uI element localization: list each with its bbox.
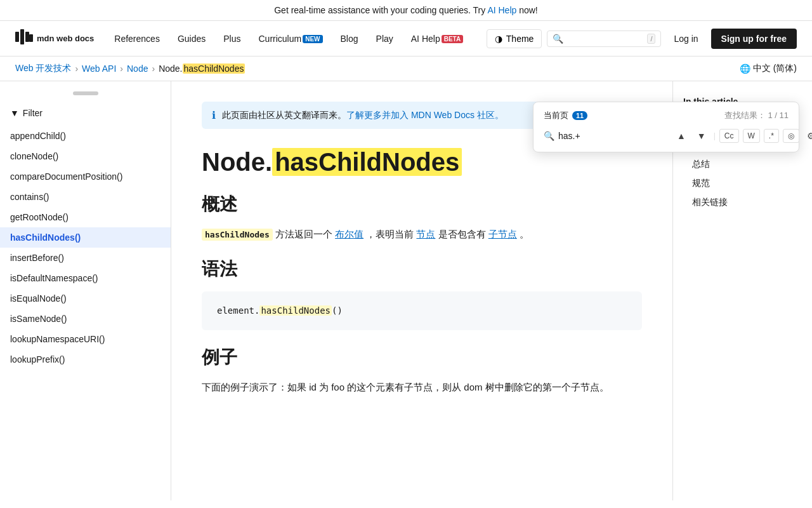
breadcrumb-highlight: hasChildNodes xyxy=(183,64,246,74)
search-input[interactable] xyxy=(567,34,643,44)
breadcrumb: Web 开发技术 › Web API › Node › Node.hasChil… xyxy=(15,63,245,74)
section-syntax-heading: 语法 xyxy=(202,257,642,281)
breadcrumb-sep-3: › xyxy=(152,64,155,74)
breadcrumb-item-3[interactable]: Node xyxy=(127,64,148,74)
nav-play[interactable]: Play xyxy=(369,29,401,49)
logo[interactable]: mdn web docs xyxy=(15,29,94,48)
sidebar-filter[interactable]: ▼ Filter xyxy=(0,103,171,123)
sidebar-item-haschildnodes[interactable]: hasChildNodes() xyxy=(0,227,171,248)
overview-text4: 。 xyxy=(520,229,529,239)
sidebar-item-comparedocumentposition[interactable]: compareDocumentPosition() xyxy=(0,166,171,187)
find-next-button[interactable]: ▼ xyxy=(693,128,710,144)
breadcrumb-sep-1: › xyxy=(75,64,78,74)
overview-paragraph: hasChildNodes 方法返回一个 布尔值 ，表明当前 节点 是否包含有 … xyxy=(202,227,642,242)
find-label-text: 当前页 xyxy=(544,110,568,121)
lang-label: 中文 (简体) xyxy=(753,63,797,74)
nav-references[interactable]: References xyxy=(107,29,167,49)
find-settings-button[interactable]: ⚙ xyxy=(803,128,812,144)
page-title-prefix: Node. xyxy=(202,148,272,176)
find-result-value: 1 / 11 xyxy=(768,110,789,120)
sidebar-item-appendchild[interactable]: appendChild() xyxy=(0,126,171,146)
section-examples-heading: 例子 xyxy=(202,345,642,370)
search-shortcut: / xyxy=(647,34,655,44)
find-bar-top: 当前页 11 查找结果： 1 / 11 xyxy=(544,110,789,121)
globe-icon: 🌐 xyxy=(740,64,750,74)
find-separator: | xyxy=(714,131,716,140)
banner-text: Get real-time assistance with your codin… xyxy=(274,5,487,15)
toc-item-related[interactable]: 相关链接 xyxy=(683,193,802,212)
lang-switcher[interactable]: 🌐 中文 (简体) xyxy=(740,63,797,74)
find-result-text: 查找结果： xyxy=(724,110,766,120)
info-link[interactable]: 了解更多并加入 MDN Web Docs 社区。 xyxy=(346,110,504,120)
sidebar-item-clonenode[interactable]: cloneNode() xyxy=(0,146,171,166)
breadcrumb-bar: Web 开发技术 › Web API › Node › Node.hasChil… xyxy=(0,57,812,81)
find-count-badge: 11 xyxy=(572,111,587,120)
info-icon: ℹ xyxy=(212,109,216,121)
breadcrumb-item-1[interactable]: Web 开发技术 xyxy=(15,63,71,74)
svg-rect-3 xyxy=(29,34,33,42)
sidebar-item-isdefaultnamespace[interactable]: isDefaultNamespace() xyxy=(0,268,171,288)
overview-text2: ，表明当前 xyxy=(366,229,414,239)
page-title-highlight: hasChildNodes xyxy=(272,148,462,176)
sidebar-item-isequalnode[interactable]: isEqualNode() xyxy=(0,288,171,309)
nav-blog[interactable]: Blog xyxy=(333,29,366,49)
find-search-icon: 🔍 xyxy=(544,131,554,141)
find-prev-button[interactable]: ▲ xyxy=(673,128,690,144)
theme-label: Theme xyxy=(506,34,534,44)
banner-link[interactable]: AI Help xyxy=(487,5,516,15)
top-banner: Get real-time assistance with your codin… xyxy=(0,0,812,21)
sidebar: ▼ Filter appendChild() cloneNode() compa… xyxy=(0,81,171,500)
breadcrumb-current: Node.hasChildNodes xyxy=(159,64,245,74)
code-element: element. xyxy=(217,305,259,316)
search-icon: 🔍 xyxy=(553,34,563,44)
section-overview-heading: 概述 xyxy=(202,192,642,217)
theme-button[interactable]: ◑ Theme xyxy=(487,29,542,48)
svg-rect-1 xyxy=(20,29,24,44)
filter-icon: ▼ xyxy=(10,108,19,118)
code-block-syntax: element.hasChildNodes() xyxy=(202,291,642,330)
nav-curriculum[interactable]: CurriculumNEW xyxy=(251,29,330,49)
find-option-word[interactable]: W xyxy=(743,129,760,143)
find-result: 查找结果： 1 / 11 xyxy=(724,110,789,121)
sidebar-item-issamenode[interactable]: isSameNode() xyxy=(0,309,171,329)
svg-rect-0 xyxy=(15,32,19,42)
filter-label: Filter xyxy=(23,108,43,118)
sidebar-item-lookupprefix[interactable]: lookupPrefix() xyxy=(0,349,171,370)
toc-item-summary[interactable]: 总结 xyxy=(683,155,802,174)
find-option-circle[interactable]: ◎ xyxy=(783,129,799,143)
info-text: 此页面由社区从英文翻译而来。了解更多并加入 MDN Web Docs 社区。 xyxy=(222,110,504,121)
mdn-logo-icon xyxy=(15,29,33,48)
find-input[interactable] xyxy=(558,131,669,141)
svg-rect-2 xyxy=(25,32,29,42)
login-button[interactable]: Log in xyxy=(666,30,705,48)
overview-code: hasChildNodes xyxy=(202,229,273,241)
find-option-regex[interactable]: .* xyxy=(764,129,779,143)
main-header: mdn web docs References Guides Plus Curr… xyxy=(0,21,812,57)
nav-guides[interactable]: Guides xyxy=(170,29,213,49)
sidebar-scroll xyxy=(73,91,98,95)
find-option-case[interactable]: Cc xyxy=(719,129,739,143)
examples-text: 下面的例子演示了：如果 id 为 foo 的这个元素有子节点，则从 dom 树中… xyxy=(202,380,642,395)
code-parens: () xyxy=(332,305,343,316)
overview-link-bool[interactable]: 布尔值 xyxy=(335,229,363,239)
nav-ai-help[interactable]: AI HelpBETA xyxy=(403,29,471,49)
nav-plus[interactable]: Plus xyxy=(216,29,248,49)
overview-text-mid: 方法返回一个 xyxy=(275,229,332,239)
main-nav: References Guides Plus CurriculumNEW Blo… xyxy=(107,29,481,49)
signup-button[interactable]: Sign up for free xyxy=(711,29,797,49)
search-bar[interactable]: 🔍 / xyxy=(547,30,661,47)
theme-icon: ◑ xyxy=(495,34,502,44)
find-bar-bottom: 🔍 ▲ ▼ | Cc W .* ◎ ⚙ ✕ xyxy=(544,128,789,144)
overview-link-child[interactable]: 子节点 xyxy=(488,229,517,239)
breadcrumb-item-2[interactable]: Web API xyxy=(82,64,116,74)
sidebar-item-contains[interactable]: contains() xyxy=(0,187,171,207)
header-right: ◑ Theme 🔍 / Log in Sign up for free xyxy=(487,29,797,49)
sidebar-item-insertbefore[interactable]: insertBefore() xyxy=(0,248,171,268)
find-bar: 当前页 11 查找结果： 1 / 11 🔍 ▲ ▼ | Cc W .* ◎ ⚙ … xyxy=(533,102,799,152)
sidebar-item-getrootnode[interactable]: getRootNode() xyxy=(0,207,171,227)
overview-text3: 是否包含有 xyxy=(438,229,486,239)
banner-text-after: now! xyxy=(516,5,537,15)
overview-link-node[interactable]: 节点 xyxy=(416,229,435,239)
toc-item-spec[interactable]: 规范 xyxy=(683,174,802,193)
sidebar-item-lookupnamespaceuri[interactable]: lookupNamespaceURI() xyxy=(0,329,171,349)
